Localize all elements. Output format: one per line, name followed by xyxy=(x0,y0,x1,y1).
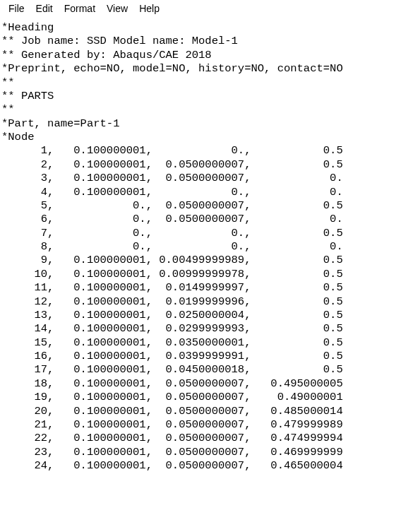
node-row: 4, 0.100000001, 0., 0. xyxy=(1,186,412,199)
menu-format[interactable]: Format xyxy=(59,1,101,16)
node-row: 18, 0.100000001, 0.0500000007, 0.4950000… xyxy=(1,377,412,391)
node-row: 14, 0.100000001, 0.0299999993, 0.5 xyxy=(1,322,412,336)
menu-help[interactable]: Help xyxy=(133,1,165,16)
text-content[interactable]: *Heading** Job name: SSD Model name: Mod… xyxy=(0,18,413,473)
node-row: 15, 0.100000001, 0.0350000001, 0.5 xyxy=(1,336,412,350)
text-line: *Node xyxy=(1,131,412,144)
text-line: *Preprint, echo=NO, model=NO, history=NO… xyxy=(1,62,412,76)
node-row: 22, 0.100000001, 0.0500000007, 0.4749999… xyxy=(1,432,412,445)
node-row: 9, 0.100000001, 0.00499999989, 0.5 xyxy=(1,254,412,267)
node-row: 12, 0.100000001, 0.0199999996, 0.5 xyxy=(1,295,412,309)
menu-file[interactable]: File xyxy=(3,1,30,16)
node-row: 10, 0.100000001, 0.00999999978, 0.5 xyxy=(1,268,412,281)
text-line: ** Generated by: Abaqus/CAE 2018 xyxy=(1,49,412,62)
text-line: ** xyxy=(1,76,412,90)
node-row: 11, 0.100000001, 0.0149999997, 0.5 xyxy=(1,281,412,295)
menubar: File Edit Format View Help xyxy=(0,0,413,18)
node-row: 8, 0., 0., 0. xyxy=(1,240,412,254)
node-row: 19, 0.100000001, 0.0500000007, 0.4900000… xyxy=(1,391,412,404)
node-row: 24, 0.100000001, 0.0500000007, 0.4650000… xyxy=(1,459,412,473)
text-line: *Part, name=Part-1 xyxy=(1,117,412,131)
menu-edit[interactable]: Edit xyxy=(30,1,59,16)
node-row: 2, 0.100000001, 0.0500000007, 0.5 xyxy=(1,158,412,172)
node-row: 21, 0.100000001, 0.0500000007, 0.4799999… xyxy=(1,418,412,432)
text-line: ** PARTS xyxy=(1,90,412,103)
menu-view[interactable]: View xyxy=(101,1,133,16)
node-row: 3, 0.100000001, 0.0500000007, 0. xyxy=(1,172,412,185)
node-row: 1, 0.100000001, 0., 0.5 xyxy=(1,144,412,158)
node-row: 17, 0.100000001, 0.0450000018, 0.5 xyxy=(1,363,412,377)
text-line: ** xyxy=(1,103,412,117)
text-line: ** Job name: SSD Model name: Model-1 xyxy=(1,35,412,48)
node-row: 7, 0., 0., 0.5 xyxy=(1,227,412,240)
node-row: 6, 0., 0.0500000007, 0. xyxy=(1,213,412,226)
node-row: 5, 0., 0.0500000007, 0.5 xyxy=(1,199,412,213)
node-row: 23, 0.100000001, 0.0500000007, 0.4699999… xyxy=(1,446,412,459)
text-line: *Heading xyxy=(1,21,412,35)
node-row: 16, 0.100000001, 0.0399999991, 0.5 xyxy=(1,350,412,363)
node-row: 20, 0.100000001, 0.0500000007, 0.4850000… xyxy=(1,405,412,418)
node-row: 13, 0.100000001, 0.0250000004, 0.5 xyxy=(1,309,412,322)
